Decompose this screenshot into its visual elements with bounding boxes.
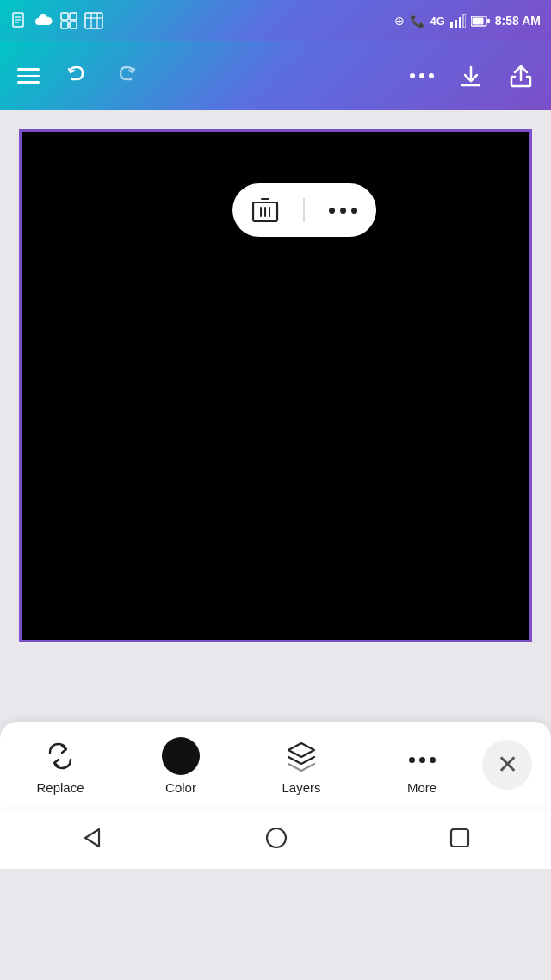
bottom-toolbar: Replace Color Layers More	[0, 722, 551, 807]
nav-recents-button[interactable]	[449, 827, 471, 849]
svg-rect-7	[70, 22, 77, 28]
share-button[interactable]	[508, 63, 534, 89]
close-button[interactable]: ✕	[482, 740, 532, 790]
context-menu-divider	[303, 198, 305, 222]
status-bar-right: ⊕ 📞 4G 8:58 AM	[394, 14, 541, 28]
svg-rect-13	[455, 20, 457, 28]
color-tool[interactable]: Color	[138, 737, 224, 795]
canvas-wrapper[interactable]	[19, 129, 532, 642]
toolbar-right	[410, 63, 534, 89]
battery-icon	[471, 16, 490, 27]
more-tool[interactable]: More	[379, 737, 465, 795]
toolbar-left	[17, 63, 139, 89]
color-label: Color	[165, 780, 196, 795]
signal-icon	[450, 14, 466, 28]
sync-icon: ⊕	[394, 14, 405, 28]
doc-icon	[10, 12, 28, 29]
nav-home-button[interactable]	[264, 826, 288, 850]
status-bar: ⊕ 📞 4G 8:58 AM	[0, 0, 551, 41]
menu-button[interactable]	[17, 68, 40, 84]
svg-point-29	[267, 828, 286, 847]
status-bar-left	[10, 12, 103, 29]
svg-rect-5	[70, 13, 77, 20]
replace-icon	[43, 737, 77, 775]
replace-label: Replace	[36, 780, 84, 795]
cloud-icon	[34, 13, 53, 28]
table-icon	[84, 12, 103, 29]
svg-marker-27	[288, 743, 314, 757]
bottom-spacer	[0, 661, 551, 722]
color-icon	[162, 737, 200, 775]
network-label: 4G	[430, 15, 444, 28]
canvas-inner[interactable]	[22, 132, 529, 640]
nav-bar	[0, 807, 551, 869]
svg-rect-18	[487, 19, 490, 23]
nav-back-button[interactable]	[80, 826, 104, 850]
download-button[interactable]	[458, 63, 484, 89]
svg-rect-4	[61, 13, 68, 20]
more-icon	[409, 737, 436, 775]
svg-marker-28	[85, 829, 99, 847]
layers-label: Layers	[282, 780, 320, 795]
phone-icon: 📞	[410, 14, 424, 28]
context-menu	[232, 183, 376, 237]
undo-button[interactable]	[64, 63, 90, 89]
more-options-button[interactable]	[410, 73, 434, 78]
redo-button[interactable]	[114, 63, 139, 89]
canvas-area	[0, 110, 551, 661]
more-label: More	[407, 780, 436, 795]
svg-rect-12	[450, 22, 453, 28]
svg-rect-8	[85, 13, 102, 28]
time-display: 8:58 AM	[495, 14, 541, 28]
replace-tool[interactable]: Replace	[17, 737, 103, 795]
svg-rect-30	[451, 829, 468, 847]
svg-rect-14	[459, 17, 461, 28]
grid-icon	[60, 12, 77, 29]
close-icon: ✕	[497, 752, 518, 778]
svg-rect-17	[472, 17, 483, 24]
layers-tool[interactable]: Layers	[258, 737, 344, 795]
context-more-button[interactable]	[329, 208, 357, 214]
svg-rect-6	[61, 22, 68, 28]
svg-rect-15	[463, 14, 466, 28]
delete-button[interactable]	[251, 195, 279, 225]
layers-icon	[283, 737, 319, 775]
app-toolbar	[0, 41, 551, 110]
